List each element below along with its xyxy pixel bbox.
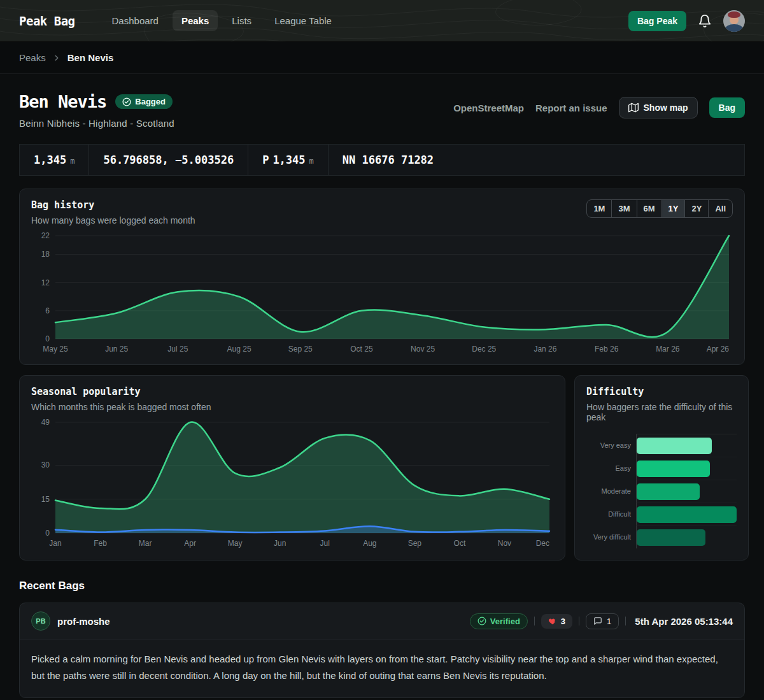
x-tick-label: Jul 25: [167, 345, 188, 354]
comments-count: 1: [607, 617, 611, 626]
notifications-button[interactable]: [698, 14, 712, 28]
recent-bags-heading: Recent Bags: [19, 580, 745, 592]
bagger-avatar[interactable]: PB: [31, 611, 50, 631]
breadcrumb: Peaks Ben Nevis: [0, 42, 764, 74]
coordinates-value: 56.796858, −5.003526: [103, 154, 234, 166]
difficulty-subtitle: How baggers rate the difficulty of this …: [586, 402, 737, 422]
comments-button[interactable]: 1: [586, 613, 619, 629]
difficulty-track: [636, 434, 737, 457]
difficulty-track: [636, 480, 737, 503]
y-tick-label: 12: [41, 278, 50, 287]
bag-peak-button[interactable]: Bag Peak: [628, 11, 686, 31]
difficulty-label: Moderate: [586, 487, 636, 495]
difficulty-row: Moderate: [586, 480, 737, 503]
difficulty-bar: [637, 461, 710, 477]
difficulty-label: Difficult: [586, 510, 636, 518]
bag-history-subtitle: How many bags were logged each month: [31, 215, 195, 225]
x-tick-label: Feb 26: [595, 345, 619, 354]
difficulty-track: [636, 503, 737, 525]
range-selector: 1M3M6M1Y2YAll: [586, 199, 733, 218]
x-tick-label: Nov 25: [411, 345, 435, 354]
series-area: [55, 236, 729, 339]
x-tick-label: May 25: [43, 345, 68, 354]
divider: [579, 617, 579, 625]
recent-bag-header: PB prof-moshe Verified 3: [20, 603, 744, 639]
x-tick-label: Mar 26: [656, 345, 680, 354]
x-tick-label: Aug: [363, 539, 376, 548]
app-logo[interactable]: Peak Bag: [19, 14, 75, 28]
elevation-value: 1,345: [34, 154, 66, 166]
difficulty-row: Difficult: [586, 503, 737, 525]
x-tick-label: Apr 26: [707, 345, 730, 354]
x-tick-label: Oct: [454, 539, 466, 548]
difficulty-label: Easy: [586, 464, 636, 472]
main-nav: Dashboard Peaks Lists League Table: [103, 10, 628, 31]
range-button-6m[interactable]: 6M: [637, 200, 662, 217]
user-avatar[interactable]: [723, 10, 745, 32]
bag-history-chart: 06121822May 25Jun 25Jul 25Aug 25Sep 25Oc…: [31, 229, 733, 357]
x-tick-label: Jan: [49, 539, 61, 548]
verified-label: Verified: [490, 617, 520, 626]
x-tick-label: Sep 25: [288, 345, 313, 354]
y-tick-label: 49: [41, 418, 50, 427]
x-tick-label: Dec 25: [472, 345, 496, 354]
peak-subtitle: Beinn Nibheis - Highland - Scotland: [19, 118, 174, 129]
x-tick-label: Jun 25: [105, 345, 128, 354]
x-tick-label: Jun: [274, 539, 286, 548]
comment-icon: [593, 617, 602, 625]
y-tick-label: 0: [45, 529, 50, 538]
difficulty-bar: [637, 483, 700, 500]
nav-item-lists[interactable]: Lists: [223, 10, 260, 31]
difficulty-row: Very difficult: [586, 525, 737, 548]
chevron-right-icon: [52, 54, 61, 62]
nav-item-peaks[interactable]: Peaks: [173, 10, 218, 31]
range-button-all[interactable]: All: [709, 200, 732, 217]
difficulty-track: [636, 457, 737, 480]
divider: [534, 617, 535, 625]
difficulty-card: Difficulty How baggers rate the difficul…: [574, 375, 749, 561]
recent-bag-meta: Verified 3 1 5th Apr 2026 05:1: [470, 613, 733, 629]
bagged-badge-label: Bagged: [135, 97, 166, 106]
seasonal-subtitle: Which months this peak is bagged most of…: [31, 402, 553, 412]
bag-button[interactable]: Bag: [709, 97, 745, 118]
heart-icon: [548, 617, 557, 625]
x-tick-label: Feb: [94, 539, 107, 548]
y-tick-label: 15: [41, 495, 50, 504]
range-button-1y[interactable]: 1Y: [662, 200, 686, 217]
bagger-username[interactable]: prof-moshe: [57, 616, 110, 627]
peak-stats-bar: 1,345 m 56.796858, −5.003526 P 1,345 m N…: [19, 144, 745, 176]
x-tick-label: Nov: [498, 539, 511, 548]
page-title: Ben Nevis: [19, 92, 106, 111]
seasonal-title: Seasonal popularity: [31, 386, 553, 397]
x-tick-label: Dec: [536, 539, 549, 548]
show-map-button[interactable]: Show map: [619, 97, 698, 118]
difficulty-track: [636, 525, 737, 548]
nav-item-league-table[interactable]: League Table: [265, 10, 341, 31]
range-button-3m[interactable]: 3M: [612, 200, 637, 217]
range-button-1m[interactable]: 1M: [587, 200, 612, 217]
openstreetmap-link[interactable]: OpenStreetMap: [453, 103, 524, 113]
elevation-unit: m: [70, 157, 74, 166]
x-tick-label: Jul: [320, 539, 330, 548]
x-tick-label: Jan 26: [534, 345, 556, 354]
bell-icon: [698, 14, 712, 28]
avatar-shirt: [725, 24, 742, 32]
series-area: [55, 422, 549, 533]
nav-actions: Bag Peak: [628, 10, 745, 32]
breadcrumb-peaks-link[interactable]: Peaks: [19, 52, 46, 63]
difficulty-bar: [637, 438, 712, 454]
y-tick-label: 18: [41, 250, 50, 259]
show-map-label: Show map: [644, 103, 688, 113]
verified-check-icon: [478, 617, 486, 625]
range-button-2y[interactable]: 2Y: [685, 200, 709, 217]
bag-history-card: Bag history How many bags were logged ea…: [19, 189, 745, 365]
difficulty-row: Very easy: [586, 434, 737, 457]
divider: [625, 617, 626, 625]
likes-button[interactable]: 3: [541, 614, 572, 629]
y-tick-label: 0: [45, 334, 50, 343]
difficulty-bar: [637, 506, 737, 523]
map-icon: [628, 103, 639, 113]
report-issue-link[interactable]: Report an issue: [535, 103, 607, 113]
nav-item-dashboard[interactable]: Dashboard: [103, 10, 167, 31]
prominence-value: 1,345: [272, 154, 305, 166]
